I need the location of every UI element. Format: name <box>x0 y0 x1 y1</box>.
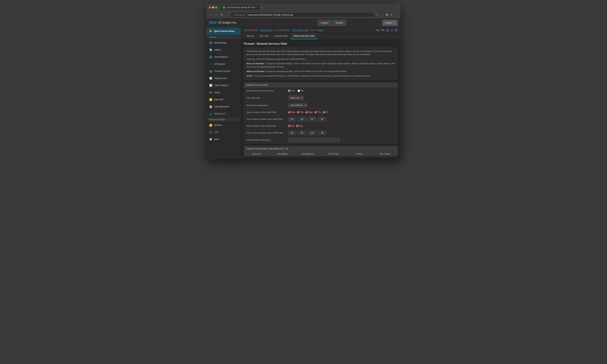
quick-internet-setup[interactable]: ⚡ Quick Internet Setup <box>207 27 241 35</box>
more-icon[interactable]: ⋮ <box>395 13 398 17</box>
time-weekdays-start-min[interactable] <box>298 117 306 121</box>
bookmark-icon[interactable]: ☆ <box>380 13 384 17</box>
router-ui: /ISUS RT-AX86U Pro Logout Reboot English… <box>207 18 400 159</box>
extensions-icon[interactable]: 🧩 <box>385 13 389 17</box>
operation-mode-value[interactable]: Wireless router <box>260 29 273 31</box>
minimize-button[interactable] <box>212 6 214 9</box>
sidebar-item-label: AiCloud 2.0 <box>214 113 225 115</box>
checkbox-sun[interactable]: Sun <box>296 125 303 127</box>
traffic-lights <box>209 6 217 9</box>
checkbox-tue[interactable]: Tue <box>297 111 304 113</box>
sidebar-item-label: Open NAT <box>214 98 224 101</box>
tab-network-services-filter[interactable]: Network Services Filter <box>290 33 317 39</box>
col-destination-ip: Destination IP <box>295 151 321 156</box>
filter-table-type-select[interactable]: Deny List Allow List <box>288 96 304 100</box>
general-section-header: General <box>207 35 241 39</box>
new-tab-button[interactable]: + <box>261 6 264 9</box>
back-button[interactable]: ‹ <box>209 13 213 17</box>
logout-button[interactable]: Logout <box>318 20 331 26</box>
tab-title: ASUS Wireless Router RT-AX8 <box>226 6 255 9</box>
time-dash-2: - <box>307 131 307 134</box>
firmware-value[interactable]: 3.0.0.4.388_22525 <box>293 29 308 31</box>
ssid-value[interactable]: Mezha <box>317 29 323 31</box>
router-model: RT-AX86U Pro <box>218 21 237 25</box>
sidebar-item-lan[interactable]: 🔌 LAN <box>207 129 241 136</box>
filter-table-type-label: Filter table type <box>247 97 288 99</box>
time-weekend-end-min[interactable] <box>318 131 326 135</box>
game-icon: 🎮 <box>209 91 212 94</box>
checkbox-sat-input[interactable] <box>288 125 290 127</box>
checkbox-mon-input[interactable] <box>288 111 290 113</box>
reload-button[interactable]: ↻ <box>220 13 224 17</box>
sidebar-item-game[interactable]: 🎮 Game <box>207 89 241 96</box>
checkbox-mon-label: Mon <box>291 111 295 113</box>
checkbox-thu-input[interactable] <box>314 111 317 113</box>
sidebar-item-aimesh[interactable]: 📡 AiMesh <box>207 46 241 53</box>
wireless-icon: 📶 <box>209 123 212 127</box>
checkbox-tue-input[interactable] <box>297 111 299 113</box>
time-weekend-start-hour[interactable] <box>288 131 296 135</box>
reboot-button[interactable]: Reboot <box>332 20 346 26</box>
sidebar-item-usb-application[interactable]: 💾 USB Application <box>207 103 241 110</box>
forward-button[interactable]: › <box>214 13 218 17</box>
sidebar-item-guest-network[interactable]: 🌐 Guest Network <box>207 53 241 61</box>
checkbox-sun-input[interactable] <box>296 125 299 127</box>
checkbox-mon[interactable]: Mon <box>288 111 295 113</box>
checkbox-wed[interactable]: Wed <box>305 111 313 113</box>
tab-close-icon[interactable]: ✕ <box>256 6 258 9</box>
time-separator-3: : <box>297 131 297 134</box>
home-button[interactable]: ⌂ <box>225 13 229 17</box>
share-icon[interactable]: ⬆ <box>375 13 379 17</box>
aicloud-icon: ☁ <box>209 112 212 116</box>
language-selector[interactable]: English ▼ <box>382 20 398 26</box>
browser-menu-icon[interactable]: ≡ <box>397 6 398 9</box>
checkbox-sat[interactable]: Sat <box>288 125 294 127</box>
time-weekdays-end-hour[interactable] <box>308 117 316 121</box>
radio-yes-input[interactable] <box>288 90 290 92</box>
time-weekdays-control: : - : <box>288 117 395 121</box>
radio-no[interactable]: No <box>298 90 304 92</box>
checkbox-wed-input[interactable] <box>305 111 308 113</box>
tab-bar: A ASUS Wireless Router RT-AX8 ✕ + <box>221 5 395 10</box>
maximize-button[interactable] <box>215 6 217 9</box>
description-box: The Network Services filter blocks the L… <box>244 47 398 80</box>
sidebar-item-network-map[interactable]: 🌐 Network Map <box>207 39 241 46</box>
tab-keyword-filter[interactable]: Keyword Filter <box>272 33 290 39</box>
checkbox-tue-label: Tue <box>300 111 304 113</box>
sidebar: ⚡ Quick Internet Setup General 🌐 Network… <box>207 27 241 159</box>
time-weekend-start-min[interactable] <box>298 131 306 135</box>
time-weekdays-end-min[interactable] <box>318 117 326 121</box>
ssid-label: SSID: <box>310 29 316 31</box>
sidebar-item-open-nat[interactable]: 🔀 Open NAT <box>207 96 241 103</box>
icmp-filter-input[interactable] <box>288 138 340 142</box>
checkbox-fri[interactable]: Fri <box>323 111 329 113</box>
sidebar-item-aicloud[interactable]: ☁ AiCloud 2.0 <box>207 110 241 117</box>
lan-icon: 🔌 <box>209 130 212 134</box>
well-known-apps-select[interactable]: User Defined <box>288 103 307 107</box>
radio-yes[interactable]: Yes <box>288 90 295 92</box>
time-weekdays-group: : - : <box>288 117 326 121</box>
sidebar-item-parental-controls[interactable]: 👥 Parental Controls <box>207 68 241 75</box>
sidebar-item-traffic-analyzer[interactable]: 📊 Traffic Analyzer <box>207 82 241 89</box>
radio-yes-label: Yes <box>291 90 295 92</box>
filter-table-header: Network Services Filter Table (Max Limit… <box>244 146 397 151</box>
time-weekend-end-hour[interactable] <box>308 131 316 135</box>
sidebar-item-aiprotection[interactable]: 🛡 AiProtection <box>207 61 241 68</box>
sidebar-item-adaptive-qos[interactable]: 🔄 Adaptive QoS <box>207 75 241 82</box>
checkbox-fri-input[interactable] <box>323 111 325 113</box>
radio-no-input[interactable] <box>298 90 300 92</box>
sidebar-item-wan[interactable]: 🌍 WAN <box>207 136 241 143</box>
aimesh-icon: 📡 <box>209 48 212 52</box>
enable-filter-label: Enable Network Services Filter <box>247 90 288 92</box>
close-button[interactable] <box>209 6 211 9</box>
time-weekdays-start-hour[interactable] <box>288 117 296 121</box>
sidebar-item-label: Adaptive QoS <box>214 77 227 79</box>
tab-general[interactable]: General <box>244 33 257 39</box>
tab-url-filter[interactable]: URL Filter <box>257 33 272 39</box>
checkbox-thu[interactable]: Thu <box>314 111 321 113</box>
sidebar-item-wireless[interactable]: 📶 Wireless <box>207 122 241 129</box>
profile-icon[interactable]: 👤 <box>390 13 394 17</box>
parental-controls-icon: 👥 <box>209 69 212 73</box>
address-bar[interactable]: ⚠ Not Secure | router.asus.com/Advanced_… <box>231 13 374 17</box>
browser-tab[interactable]: A ASUS Wireless Router RT-AX8 ✕ <box>221 5 260 10</box>
